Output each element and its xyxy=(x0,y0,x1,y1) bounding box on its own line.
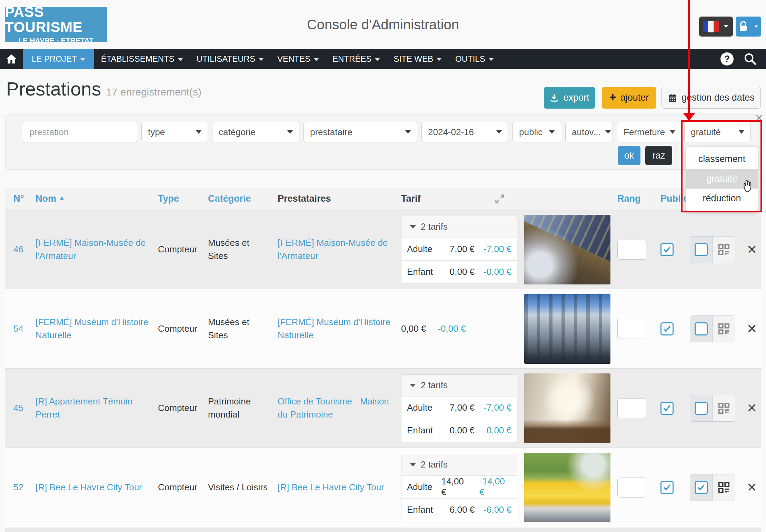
tarif-price: 7,00 € xyxy=(450,402,475,413)
nav-home-button[interactable] xyxy=(0,49,23,69)
col-header-categorie[interactable]: Catégorie xyxy=(208,193,278,204)
delete-icon[interactable]: ✕ xyxy=(747,480,757,494)
date-select[interactable]: 2024-02-16 xyxy=(421,122,508,142)
rang-input[interactable] xyxy=(617,319,646,339)
tarif-discount: -0,00 € xyxy=(438,323,466,334)
delete-icon[interactable]: ✕ xyxy=(747,401,757,415)
public-checkbox[interactable] xyxy=(660,402,674,415)
prestation-name-link[interactable]: [R] Appartement Témoin Perret xyxy=(36,396,132,420)
tarif-discount: -7,00 € xyxy=(484,244,511,254)
annotation-highlight-box xyxy=(681,120,762,212)
rang-input[interactable] xyxy=(617,240,646,260)
provider-link[interactable]: Office de Tourisme - Maison du Patrimoin… xyxy=(278,396,389,420)
tarif-toggle[interactable]: 2 tarifs xyxy=(401,375,517,396)
search-input[interactable] xyxy=(29,127,131,138)
nav-item-etablissements[interactable]: ÉTABLISSEMENTS xyxy=(94,49,190,69)
row-type: Compteur xyxy=(158,482,208,493)
prestation-photo xyxy=(524,373,610,443)
qr-code-icon xyxy=(717,243,730,256)
delete-icon[interactable]: ✕ xyxy=(747,322,757,336)
tarif-toggle[interactable]: 2 tarifs xyxy=(401,216,517,238)
row-category: Musées et Sites xyxy=(208,237,268,262)
select-checkbox[interactable] xyxy=(695,481,708,494)
export-button[interactable]: export xyxy=(544,87,595,109)
help-icon[interactable]: ? xyxy=(720,52,734,66)
categorie-select[interactable]: catégorie xyxy=(212,122,299,142)
sort-asc-icon: ▲ xyxy=(59,194,65,201)
prestation-name-link[interactable]: [FERMÉ] Maison-Musée de l'Armateur xyxy=(36,238,146,261)
chevron-down-icon xyxy=(724,25,728,28)
tarif-cell: 2 tarifsAdulte14,00 €-14,00 €Enfant6,00 … xyxy=(401,454,524,521)
prestation-photo xyxy=(524,294,610,364)
chevron-down-icon xyxy=(549,130,555,134)
manage-dates-button[interactable]: gestion des dates xyxy=(661,87,761,109)
visibility-qr-control xyxy=(690,315,735,342)
home-icon xyxy=(6,54,17,64)
public-checkbox[interactable] xyxy=(660,322,674,335)
rang-input[interactable] xyxy=(617,478,646,498)
row-num: 45 xyxy=(13,403,36,413)
nav-item-utilisateurs[interactable]: UTILISATEURS xyxy=(190,49,270,69)
provider-link[interactable]: [FERMÉ] Maison-Musée de l'Armateur xyxy=(278,238,388,261)
lock-icon xyxy=(737,21,749,32)
account-lock-dropdown-button[interactable] xyxy=(736,17,761,37)
rang-input[interactable] xyxy=(617,398,646,418)
autov-select[interactable]: autov... xyxy=(565,122,613,142)
public-select[interactable]: public xyxy=(513,122,561,142)
select-cell[interactable] xyxy=(690,237,713,263)
top-header: PASS TOURISME LE HAVRE - ETRETAT Console… xyxy=(0,0,766,49)
nav-item-entrees[interactable]: ENTRÉES xyxy=(326,49,387,69)
qr-cell[interactable] xyxy=(713,474,735,501)
col-header-rang[interactable]: Rang xyxy=(617,193,660,204)
qr-cell[interactable] xyxy=(713,395,735,421)
add-button[interactable]: + ajouter xyxy=(602,87,656,109)
qr-cell[interactable] xyxy=(713,237,735,263)
public-checkbox[interactable] xyxy=(660,481,674,494)
search-icon[interactable] xyxy=(743,52,757,66)
col-header-num[interactable]: N° xyxy=(13,193,36,204)
prestation-name-link[interactable]: [R] Bee Le Havre City Tour xyxy=(36,482,142,492)
tarif-discount: -0,00 € xyxy=(484,267,511,277)
chevron-down-icon xyxy=(196,130,201,134)
select-cell[interactable] xyxy=(690,395,713,421)
french-flag-icon xyxy=(703,21,719,32)
col-header-nom[interactable]: Nom▲ xyxy=(36,193,158,204)
select-cell[interactable] xyxy=(690,474,713,501)
type-select[interactable]: type xyxy=(141,122,208,142)
tarif-panel: 2 tarifsAdulte7,00 €-7,00 €Enfant0,00 €-… xyxy=(401,216,517,283)
nav-item-le-projet[interactable]: LE PROJET xyxy=(23,49,94,69)
language-dropdown-button[interactable] xyxy=(699,17,733,37)
tarif-cell: 0,00 €-0,00 € xyxy=(401,323,524,334)
expand-icon[interactable] xyxy=(495,194,505,204)
select-checkbox[interactable] xyxy=(695,243,708,256)
tarif-discount: -14,00 € xyxy=(479,476,511,498)
tarif-label: Enfant xyxy=(407,267,441,277)
row-num: 52 xyxy=(13,482,36,493)
select-checkbox[interactable] xyxy=(695,402,708,415)
page-title-console: Console d'Administration xyxy=(0,0,766,49)
nav-item-site-web[interactable]: SITE WEB xyxy=(387,49,448,69)
tarif-toggle[interactable]: 2 tarifs xyxy=(401,454,517,475)
qr-code-icon xyxy=(717,402,730,415)
prestation-name-link[interactable]: [FERMÉ] Muséum d'Histoire Naturelle xyxy=(36,317,148,340)
nav-item-outils[interactable]: OUTILS xyxy=(448,49,500,69)
ok-button[interactable]: ok xyxy=(618,146,640,165)
select-checkbox[interactable] xyxy=(695,322,708,335)
chevron-down-icon xyxy=(178,58,183,61)
prestation-search-field[interactable] xyxy=(23,122,137,142)
tarif-price: 0,00 € xyxy=(450,267,475,277)
public-checkbox[interactable] xyxy=(660,243,674,256)
raz-button[interactable]: raz xyxy=(645,146,672,165)
nav-item-ventes[interactable]: VENTES xyxy=(270,49,326,69)
qr-cell[interactable] xyxy=(713,316,735,342)
prestataire-select[interactable]: prestataire xyxy=(304,122,417,142)
delete-icon[interactable]: ✕ xyxy=(747,242,757,257)
provider-link[interactable]: [FERMÉ] Muséum d'Histoire Naturelle xyxy=(278,317,390,340)
row-type: Compteur xyxy=(158,244,208,255)
chevron-down-icon xyxy=(259,58,263,61)
tarif-label: Adulte xyxy=(407,244,441,254)
fermeture-select[interactable]: Fermeture xyxy=(617,122,680,142)
col-header-type[interactable]: Type xyxy=(158,193,208,204)
select-cell[interactable] xyxy=(690,316,713,342)
provider-link[interactable]: [R] Bee Le Havre City Tour xyxy=(278,482,384,492)
